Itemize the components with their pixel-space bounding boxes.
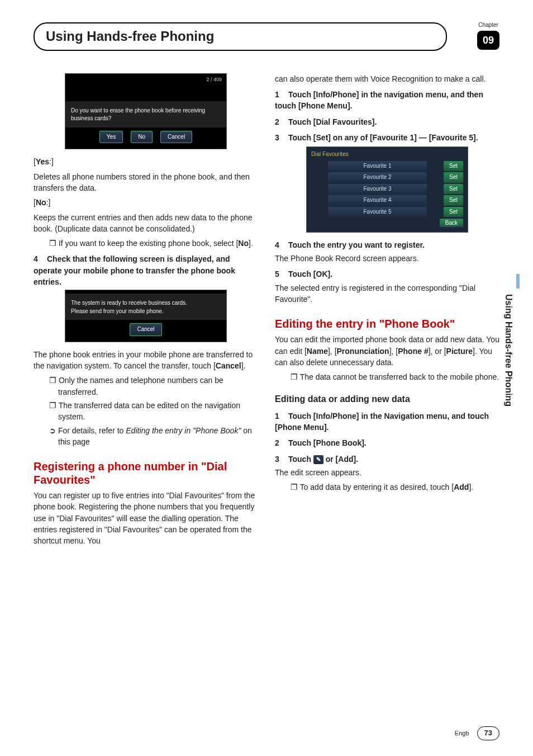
yes-option-line: [Yes:] <box>34 156 258 167</box>
yes-desc: Deletes all phone numbers stored in the … <box>34 171 258 194</box>
screenshot-erase-prompt: 2 / 409 Do you want to erase the phone b… <box>65 73 227 150</box>
edit-step-2: 2Touch [Phone Book]. <box>275 437 499 448</box>
no-button[interactable]: No <box>131 131 153 144</box>
no-desc: Keeps the current entries and then adds … <box>34 212 258 235</box>
screenshot-counter: 2 / 409 <box>65 74 226 86</box>
reg-step-5: 5Touch [OK]. <box>275 268 499 280</box>
reg-step-5-after: The selected entry is registered in the … <box>275 282 499 305</box>
step-4: 4Check that the following screen is disp… <box>34 253 258 287</box>
chapter-number: 09 <box>477 31 499 50</box>
edit-step-1: 1Touch [Info/Phone] in the Navigation me… <box>275 410 499 433</box>
favourite-row-1: Favourite 1Set <box>311 161 463 172</box>
reg-step-4-after: The Phone Book Record screen appears. <box>275 253 499 264</box>
no-option-line: [No:] <box>34 197 258 208</box>
reg-step-1: 1Touch [Info/Phone] in the navigation me… <box>275 89 499 112</box>
no-term: No <box>36 198 46 207</box>
page-title-container: Using Hands-free Phoning <box>34 22 447 51</box>
reg-step-4: 4Touch the entry you want to register. <box>275 239 499 251</box>
register-desc: You can register up to five entries into… <box>34 490 258 546</box>
screenshot-title: Dial Favourites <box>311 150 463 159</box>
no-bullet: If you want to keep the existing phone b… <box>49 238 258 249</box>
transfer-crossref: For details, refer to Editing the entry … <box>58 425 258 448</box>
heading-editing-phone-book: Editing the entry in "Phone Book" <box>275 317 499 330</box>
heading-register-dial-favourites: Registering a phone number in "Dial Favo… <box>34 460 258 486</box>
screenshot-dial-favourites: Dial Favourites Favourite 1Set Favourite… <box>306 147 468 233</box>
reg-step-3: 3Touch [Set] on any of [Favourite 1] — [… <box>275 132 499 143</box>
favourite-row-2: Favourite 2Set <box>311 172 463 183</box>
transfer-bullet-1: Only the names and telephone numbers can… <box>49 375 258 398</box>
edit-step-3: 3Touch ✎ or [Add]. <box>275 453 499 465</box>
page-title: Using Hands-free Phoning <box>46 27 435 46</box>
footer-lang: Engb <box>455 729 469 738</box>
set-button[interactable]: Set <box>444 172 463 183</box>
register-desc-cont: can also operate them with Voice Recogni… <box>275 73 499 84</box>
side-accent-bar <box>516 274 520 289</box>
transfer-bullet-2: The transferred data can be edited on th… <box>49 400 258 423</box>
right-column: can also operate them with Voice Recogni… <box>275 73 499 550</box>
set-button[interactable]: Set <box>444 184 463 195</box>
edit-desc: You can edit the imported phone book dat… <box>275 334 499 368</box>
edit-step-3-bullet: To add data by entering it as desired, t… <box>291 481 499 493</box>
cancel-button[interactable]: Cancel <box>130 323 161 336</box>
yes-button[interactable]: Yes <box>99 131 123 144</box>
side-tab-label: Using Hands-free Phoning <box>501 291 516 410</box>
edit-icon: ✎ <box>313 455 323 465</box>
chapter-tab: Chapter 09 <box>477 21 499 50</box>
set-button[interactable]: Set <box>444 195 463 206</box>
heading-editing-adding-data: Editing data or adding new data <box>275 393 499 405</box>
favourite-row-4: Favourite 4Set <box>311 195 463 206</box>
screenshot-ready-receive: The system is ready to receive business … <box>65 290 227 342</box>
edit-bullet: The data cannot be transferred back to t… <box>291 371 499 382</box>
favourite-row-3: Favourite 3Set <box>311 184 463 195</box>
page-number: 73 <box>477 726 499 740</box>
chapter-label: Chapter <box>477 21 499 30</box>
favourite-row-5: Favourite 5Set <box>311 207 463 218</box>
cancel-button[interactable]: Cancel <box>160 131 192 144</box>
page-footer: Engb 73 <box>455 726 499 740</box>
back-button[interactable]: Back <box>440 219 463 227</box>
set-button[interactable]: Set <box>444 207 463 218</box>
screenshot-ready-msg: The system is ready to receive business … <box>65 294 226 320</box>
left-column: 2 / 409 Do you want to erase the phone b… <box>34 73 258 550</box>
reg-step-2: 2Touch [Dial Favourites]. <box>275 116 499 127</box>
yes-term: Yes <box>36 157 49 166</box>
set-button[interactable]: Set <box>444 161 463 172</box>
transfer-desc: The phone book entries in your mobile ph… <box>34 349 258 372</box>
screenshot-message: Do you want to erase the phone book befo… <box>65 101 226 127</box>
edit-step-3-after: The edit screen appears. <box>275 467 499 478</box>
